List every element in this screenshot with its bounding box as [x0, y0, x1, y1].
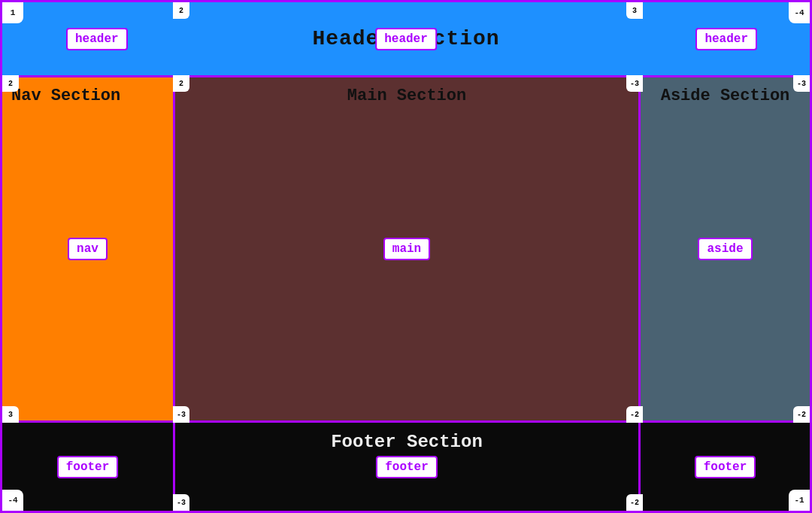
footer-right-badge: footer: [695, 456, 756, 478]
marker-r3-left: 3: [2, 406, 19, 423]
header-center-badge: header: [375, 28, 437, 50]
marker-r3-right: -2: [793, 406, 810, 423]
marker-top-col2: 2: [173, 2, 189, 19]
marker-top-col3: 3: [626, 2, 643, 19]
header-left-badge: header: [66, 28, 128, 50]
corner-tl: 1: [2, 2, 23, 23]
nav-section: Nav Section nav: [2, 77, 175, 420]
header-section: Header Section header header header: [2, 2, 810, 77]
marker-mid-col2-bot: -3: [173, 406, 189, 423]
footer-right: footer: [641, 423, 810, 511]
marker-bot-col2: -3: [173, 494, 189, 511]
footer-section-title: Footer Section: [331, 432, 483, 452]
footer-center-badge: footer: [376, 456, 438, 478]
nav-section-title: Nav Section: [11, 87, 120, 105]
nav-badge: nav: [68, 238, 108, 260]
main-section: Main Section main: [175, 77, 641, 420]
corner-bl: -4: [2, 490, 23, 511]
main-badge: main: [383, 238, 430, 260]
aside-badge: aside: [698, 238, 752, 260]
footer-row: footer Footer Section footer footer: [2, 420, 810, 511]
marker-mid-col3-bot: -2: [626, 406, 643, 423]
header-right-badge: header: [695, 28, 757, 50]
marker-mid-col2-top: 2: [173, 75, 189, 92]
marker-bot-col3: -2: [626, 494, 643, 511]
aside-section: Aside Section aside: [641, 77, 810, 420]
marker-r2-right: -3: [793, 75, 810, 92]
corner-br: -1: [789, 490, 810, 511]
page-wrapper: 1 -4 -4 -1 2 3 2 -3 -3 -2 2 -3 3 -2 -3 -…: [0, 0, 812, 513]
aside-section-title: Aside Section: [661, 87, 790, 105]
footer-left: footer: [2, 423, 175, 511]
footer-left-badge: footer: [57, 456, 119, 478]
main-section-title: Main Section: [347, 87, 466, 105]
marker-mid-col3-top: -3: [626, 75, 643, 92]
corner-tr: -4: [789, 2, 810, 23]
marker-r2-left: 2: [2, 75, 19, 92]
footer-center: Footer Section footer: [175, 423, 641, 511]
